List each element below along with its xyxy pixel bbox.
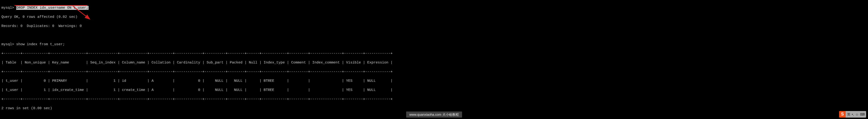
watermark: www.quanxiaoha.com 犬小哈教程 (406, 112, 462, 118)
rows-in-set: 2 rows in set (0.00 sec) (1, 106, 867, 111)
records-line: Records: 0 Duplicates: 0 Warnings: 0 (1, 24, 867, 29)
table-border: +--------+------------+-----------------… (1, 51, 867, 56)
drop-index-command: DROP INDEX idx_username ON t_user; (16, 6, 89, 10)
mysql-prompt: mysql> (1, 42, 14, 46)
mysql-prompt: mysql> (1, 6, 14, 10)
terminal-output: mysql> DROP INDEX idx_username ON t_user… (0, 0, 868, 116)
table-border: +--------+------------+-----------------… (1, 70, 867, 74)
query-ok-line: Query OK, 0 rows affected (0.02 sec) (1, 15, 867, 19)
table-border: +--------+------------+-----------------… (1, 97, 867, 102)
ime-lang-toggle[interactable]: 英 (847, 112, 850, 116)
table-row: | t_user | 0 | PRIMARY | 1 | id | A | 0 … (1, 79, 867, 83)
ime-logo-icon[interactable]: S (839, 111, 846, 118)
ime-toolbar[interactable]: S 英 •, ☺ ⌨ (839, 111, 866, 118)
ime-punct-toggle[interactable]: •, (852, 112, 854, 116)
table-header: | Table | Non_unique | Key_name | Seq_in… (1, 61, 867, 65)
emoji-icon[interactable]: ☺ (855, 112, 859, 116)
keyboard-icon[interactable]: ⌨ (860, 112, 865, 116)
table-row: | t_user | 1 | idx_create_time | 1 | cre… (1, 88, 867, 92)
annotation-underline (14, 5, 87, 6)
show-index-command: show index from t_user; (16, 42, 65, 46)
